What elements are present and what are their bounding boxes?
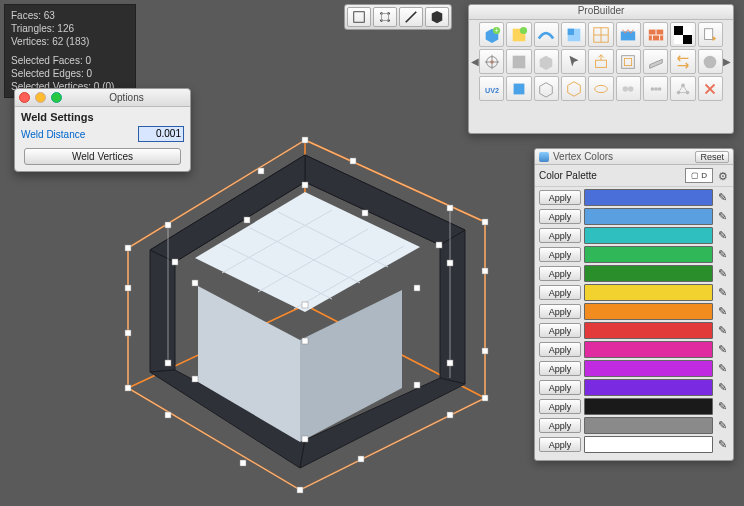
material-button[interactable] [561,22,586,47]
eyedropper-icon[interactable]: ✎ [716,361,729,376]
color-swatch[interactable] [584,379,713,396]
cursor-button[interactable] [561,49,586,74]
tool-d-button[interactable] [698,76,723,101]
color-swatch[interactable] [584,322,713,339]
color-swatch[interactable] [584,284,713,301]
apply-color-button[interactable]: Apply [539,266,581,281]
flip-button[interactable] [670,49,695,74]
object-mode-button[interactable] [347,7,371,27]
new-shape-button[interactable]: + [479,22,504,47]
select-loop-button[interactable] [588,76,613,101]
gear-icon[interactable]: ⚙ [717,170,729,182]
svg-rect-75 [705,28,713,39]
color-row: Apply✎ [539,360,729,377]
color-swatch[interactable] [584,341,713,358]
vertex-mode-button[interactable] [373,7,397,27]
reset-button[interactable]: Reset [695,151,729,163]
checker-button[interactable] [670,22,695,47]
vertex-colors-titlebar[interactable]: Vertex Colors Reset [535,149,733,165]
extrude-button[interactable] [588,49,613,74]
apply-color-button[interactable]: Apply [539,437,581,452]
apply-color-button[interactable]: Apply [539,399,581,414]
apply-color-button[interactable]: Apply [539,247,581,262]
svg-rect-22 [350,158,356,164]
color-row: Apply✎ [539,227,729,244]
edge-mode-button[interactable] [399,7,423,27]
eyedropper-icon[interactable]: ✎ [716,209,729,224]
color-swatch[interactable] [584,360,713,377]
eyedropper-icon[interactable]: ✎ [716,380,729,395]
eyedropper-icon[interactable]: ✎ [716,418,729,433]
eyedropper-icon[interactable]: ✎ [716,342,729,357]
options-titlebar[interactable]: Options [15,89,190,107]
eyedropper-icon[interactable]: ✎ [716,437,729,452]
svg-rect-48 [447,260,453,266]
apply-color-button[interactable]: Apply [539,285,581,300]
color-swatch[interactable] [584,208,713,225]
eyedropper-icon[interactable]: ✎ [716,247,729,262]
zoom-icon[interactable] [51,92,62,103]
eyedropper-icon[interactable]: ✎ [716,228,729,243]
vertex-color-button[interactable] [616,22,641,47]
svg-marker-5 [305,155,465,245]
uv2-button[interactable]: UV2 [479,76,504,101]
apply-color-button[interactable]: Apply [539,190,581,205]
svg-rect-25 [482,268,488,274]
eyedropper-icon[interactable]: ✎ [716,266,729,281]
apply-color-button[interactable]: Apply [539,228,581,243]
svg-rect-56 [382,14,389,21]
tool-c-button[interactable] [670,76,695,101]
apply-color-button[interactable]: Apply [539,380,581,395]
svg-marker-2 [440,230,465,384]
apply-color-button[interactable]: Apply [539,342,581,357]
scroll-left-icon[interactable]: ◀ [471,56,479,67]
face-mode-button[interactable] [425,7,449,27]
apply-color-button[interactable]: Apply [539,304,581,319]
apply-color-button[interactable]: Apply [539,418,581,433]
probuilderize-button[interactable] [534,49,559,74]
probuilder-title[interactable]: ProBuilder [469,5,733,20]
eyedropper-icon[interactable]: ✎ [716,190,729,205]
svg-rect-35 [125,285,131,291]
weld-distance-input[interactable]: 0.001 [138,126,184,142]
tool-b-button[interactable] [643,76,668,101]
close-icon[interactable] [19,92,30,103]
eyedropper-icon[interactable]: ✎ [716,323,729,338]
pivot-button[interactable] [479,49,504,74]
select-hex-button[interactable] [561,76,586,101]
apply-color-button[interactable]: Apply [539,209,581,224]
color-swatch[interactable] [584,265,713,282]
new-poly-button[interactable] [506,22,531,47]
select-box-button[interactable] [534,76,559,101]
grid-button[interactable] [506,49,531,74]
svg-rect-51 [354,12,365,23]
minimize-icon[interactable] [35,92,46,103]
inset-button[interactable] [616,49,641,74]
tool-a-button[interactable] [616,76,641,101]
weld-vertices-button[interactable]: Weld Vertices [24,148,180,165]
eyedropper-icon[interactable]: ✎ [716,304,729,319]
scroll-right-icon[interactable]: ▶ [723,56,731,67]
apply-color-button[interactable]: Apply [539,361,581,376]
eyedropper-icon[interactable]: ✎ [716,399,729,414]
palette-dropdown[interactable]: ▢ D [685,168,713,183]
select-face-button[interactable] [506,76,531,101]
color-swatch[interactable] [584,227,713,244]
apply-color-button[interactable]: Apply [539,323,581,338]
smoothing-button[interactable] [534,22,559,47]
sphere-button[interactable] [698,49,723,74]
svg-line-13 [294,246,404,309]
color-swatch[interactable] [584,436,713,453]
color-swatch[interactable] [584,303,713,320]
export-button[interactable] [698,22,723,47]
eyedropper-icon[interactable]: ✎ [716,285,729,300]
color-swatch[interactable] [584,246,713,263]
plane-button[interactable] [643,49,668,74]
color-swatch[interactable] [584,417,713,434]
color-swatch[interactable] [584,398,713,415]
weld-options-window: Options Weld Settings Weld Distance 0.00… [14,88,191,172]
color-swatch[interactable] [584,189,713,206]
brick-button[interactable] [643,22,668,47]
svg-marker-1 [150,250,175,372]
uv-editor-button[interactable] [588,22,613,47]
